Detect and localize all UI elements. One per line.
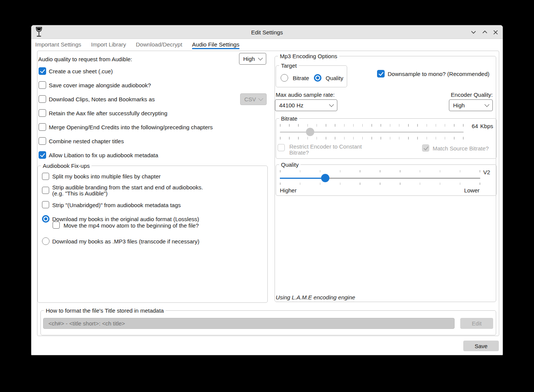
tab-download-decrypt[interactable]: Download/Decrypt: [136, 39, 182, 50]
quality-slider-handle[interactable]: [321, 174, 329, 182]
quality-slider-fill: [280, 178, 325, 179]
moov-atom-checkbox[interactable]: [53, 222, 60, 229]
chevron-down-icon: [258, 56, 263, 60]
quality-higher-label: Higher: [280, 187, 296, 194]
retain-aax-checkbox[interactable]: [39, 109, 46, 117]
close-icon: [493, 30, 498, 35]
mp3-encoding-options-title: Mp3 Encoding Options: [278, 53, 339, 60]
encoder-quality-label: Encoder Quality:: [451, 91, 493, 98]
quality-group: Quality V2 Higher Lower: [276, 164, 497, 196]
maximize-button[interactable]: [479, 25, 491, 39]
chevron-down-icon: [258, 96, 263, 101]
title-format-title: How to format the file's Title stored in…: [44, 307, 166, 314]
save-cover-image-label: Save cover image alongside audiobook?: [49, 82, 151, 88]
mp3-encoding-options-group: Mp3 Encoding Options Target Bitrate Qual…: [275, 56, 496, 302]
target-group: Target Bitrate Quality: [276, 65, 347, 87]
tab-audio-file-settings[interactable]: Audio File Settings: [192, 39, 239, 50]
minimize-button[interactable]: [468, 25, 479, 39]
close-button[interactable]: [490, 25, 501, 39]
quality-ticks-bottom: [280, 183, 480, 186]
bitrate-group: Bitrate 64 Kbps Restrict Encoder to Cons…: [276, 118, 497, 159]
quality-ticks-top: [280, 170, 480, 173]
download-clips-label: Download Clips, Notes and Bookmarks as: [49, 96, 155, 102]
target-quality-label: Quality: [326, 75, 343, 81]
lossless-format-radio[interactable]: [42, 215, 50, 223]
chevron-down-icon: [484, 102, 489, 107]
audiobook-fixups-group: Audiobook Fix-ups Split my books into mu…: [37, 166, 268, 303]
audio-quality-label: Audio quality to request from Audible:: [38, 56, 132, 62]
combine-chapters-checkbox[interactable]: [39, 137, 46, 145]
merge-credits-label: Merge Opening/End Credits into the follo…: [49, 124, 213, 130]
target-bitrate-label: Bitrate: [293, 75, 309, 81]
bitrate-slider[interactable]: [280, 132, 464, 133]
bitrate-ticks-top: [280, 124, 464, 127]
encoder-quality-dropdown[interactable]: High: [449, 99, 493, 111]
edit-settings-window: Edit Settings Important Settings Import …: [31, 25, 503, 355]
sample-rate-dropdown[interactable]: 44100 Hz: [275, 99, 337, 111]
quality-value: V2: [483, 169, 490, 175]
bitrate-slider-handle[interactable]: [306, 128, 314, 136]
chevron-down-icon: [471, 30, 476, 34]
bitrate-unit: Kbps: [480, 123, 493, 129]
bitrate-value: 64: [472, 123, 478, 129]
save-cover-image-checkbox[interactable]: [39, 81, 46, 89]
combine-chapters-label: Combine nested chapter titles: [49, 138, 124, 144]
lossless-format-label: Download my books in the original audio …: [52, 216, 199, 222]
create-cue-sheet-label: Create a cue sheet (.cue): [49, 68, 113, 74]
create-cue-sheet-checkbox[interactable]: [39, 67, 46, 75]
title-format-input[interactable]: <ch#> - <title short>: <ch title>: [43, 318, 455, 329]
tab-import-library[interactable]: Import Library: [91, 39, 126, 50]
target-quality-radio[interactable]: [314, 74, 321, 82]
tab-important-settings[interactable]: Important Settings: [35, 39, 81, 50]
clips-format-dropdown[interactable]: CSV: [240, 93, 267, 105]
fixup-metadata-checkbox[interactable]: [39, 151, 46, 159]
fixup-metadata-label: Allow Libation to fix up audiobook metad…: [49, 152, 158, 158]
split-by-chapter-label: Split my books into multiple files by ch…: [52, 173, 161, 180]
strip-branding-label: Strip audible branding from the start an…: [52, 184, 230, 197]
encoding-engine-note: Using L.A.M.E encoding engine: [276, 294, 355, 301]
save-button[interactable]: Save: [463, 341, 499, 351]
strip-unabridged-label: Strip "(Unabridged)" from audiobook meta…: [52, 202, 181, 208]
chevron-down-icon: [329, 102, 334, 107]
match-source-bitrate-checkbox[interactable]: [422, 144, 429, 152]
retain-aax-label: Retain the Aax file after successfully d…: [49, 110, 168, 116]
tab-bar: Important Settings Import Library Downlo…: [31, 39, 503, 50]
quality-slider[interactable]: [280, 178, 480, 179]
quality-lower-label: Lower: [464, 187, 480, 194]
strip-unabridged-checkbox[interactable]: [42, 201, 49, 208]
mp3-format-radio[interactable]: [42, 237, 50, 245]
moov-atom-label: Move the mp4 moov atom to the beginning …: [64, 222, 199, 229]
title-format-group: How to format the file's Title stored in…: [40, 310, 496, 335]
audio-quality-dropdown[interactable]: High: [239, 53, 266, 65]
restrict-cbr-checkbox[interactable]: [278, 144, 285, 151]
match-source-bitrate-label: Match Source Bitrate?: [433, 145, 489, 152]
quality-title: Quality: [279, 161, 301, 168]
sample-rate-label: Max audio sample rate:: [276, 91, 335, 98]
chevron-up-icon: [482, 30, 487, 34]
strip-branding-checkbox[interactable]: [42, 187, 49, 194]
download-clips-checkbox[interactable]: [39, 95, 46, 103]
merge-credits-checkbox[interactable]: [39, 123, 46, 131]
audiobook-fixups-title: Audiobook Fix-ups: [41, 162, 92, 169]
split-by-chapter-checkbox[interactable]: [42, 173, 49, 180]
edit-button[interactable]: Edit: [460, 318, 493, 329]
mp3-format-label: Download my books as .MP3 files (transco…: [52, 238, 199, 245]
downsample-mono-label: Downsample to mono? (Recommended): [388, 71, 489, 77]
target-bitrate-radio[interactable]: [281, 74, 288, 82]
bitrate-title: Bitrate: [279, 115, 299, 122]
restrict-cbr-label: Restrict Encoder to Constant Bitrate?: [289, 144, 371, 156]
downsample-mono-checkbox[interactable]: [377, 70, 385, 77]
title-bar[interactable]: Edit Settings: [31, 25, 503, 39]
bitrate-ticks-bottom: [280, 137, 464, 140]
target-title: Target: [279, 62, 299, 69]
window-title: Edit Settings: [31, 25, 503, 39]
